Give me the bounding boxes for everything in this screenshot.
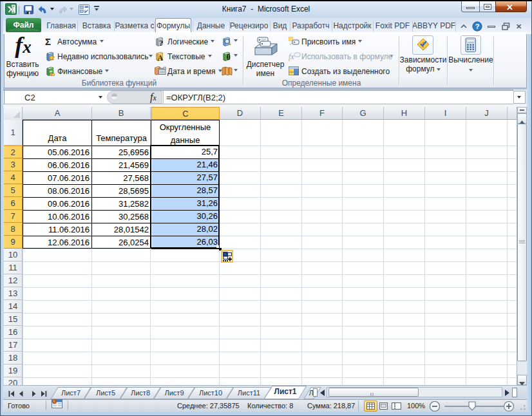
svg-text:A: A	[158, 53, 164, 62]
svg-text:fx: fx	[289, 52, 294, 61]
svg-text:?: ?	[475, 23, 480, 30]
svg-text:θ: θ	[227, 53, 231, 61]
svg-text:?: ?	[159, 38, 164, 46]
